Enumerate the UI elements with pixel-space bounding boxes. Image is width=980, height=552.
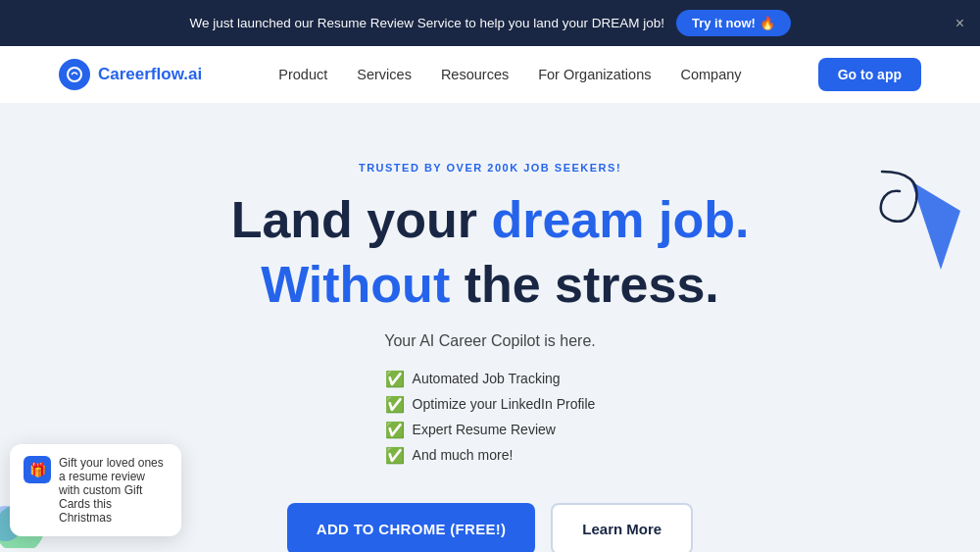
banner-close-button[interactable]: × bbox=[956, 15, 964, 32]
go-to-app-button[interactable]: Go to app bbox=[818, 58, 921, 91]
hero-title: Land your dream job. Without the stress. bbox=[20, 191, 960, 315]
trusted-badge: TRUSTED BY OVER 200K JOB SEEKERS! bbox=[20, 162, 960, 174]
add-to-chrome-button[interactable]: ADD TO CHROME (FREE!) bbox=[287, 503, 536, 552]
check-icon-1: ✅ bbox=[385, 370, 405, 388]
check-icon-2: ✅ bbox=[385, 395, 405, 414]
feature-item: ✅ Expert Resume Review bbox=[385, 421, 596, 439]
gift-popup: 🎁 Gift your loved ones a resume review w… bbox=[10, 444, 181, 536]
logo-text: Careerflow.ai bbox=[98, 65, 202, 84]
nav-item-services[interactable]: Services bbox=[357, 66, 412, 83]
nav-link-company[interactable]: Company bbox=[680, 67, 741, 82]
nav-item-product[interactable]: Product bbox=[278, 66, 327, 83]
popup-icon: 🎁 bbox=[24, 456, 51, 483]
nav-links: Product Services Resources For Organizat… bbox=[278, 66, 741, 83]
check-icon-3: ✅ bbox=[385, 421, 405, 439]
feature-item: ✅ Automated Job Tracking bbox=[385, 370, 596, 388]
logo-icon bbox=[59, 59, 90, 90]
nav-item-company[interactable]: Company bbox=[680, 66, 741, 83]
nav-item-resources[interactable]: Resources bbox=[441, 66, 509, 83]
hero-features-list: ✅ Automated Job Tracking ✅ Optimize your… bbox=[385, 370, 596, 472]
hero-description: Your AI Career Copilot is here. bbox=[20, 332, 960, 350]
feature-item: ✅ And much more! bbox=[385, 446, 596, 465]
banner-text: We just launched our Resume Review Servi… bbox=[189, 16, 663, 30]
nav-link-resources[interactable]: Resources bbox=[441, 67, 509, 82]
feature-item: ✅ Optimize your LinkedIn Profile bbox=[385, 395, 596, 414]
logo-link[interactable]: Careerflow.ai bbox=[59, 59, 202, 90]
nav-link-organizations[interactable]: For Organizations bbox=[538, 67, 651, 82]
banner-cta-button[interactable]: Try it now! 🔥 bbox=[676, 10, 791, 36]
learn-more-button[interactable]: Learn More bbox=[551, 503, 693, 552]
check-icon-4: ✅ bbox=[385, 446, 405, 465]
nav-item-organizations[interactable]: For Organizations bbox=[538, 66, 651, 83]
nav-link-product[interactable]: Product bbox=[278, 67, 327, 82]
popup-text: Gift your loved ones a resume review wit… bbox=[59, 456, 168, 525]
svg-point-0 bbox=[68, 68, 81, 81]
navbar: Careerflow.ai Product Services Resources… bbox=[0, 46, 980, 103]
nav-link-services[interactable]: Services bbox=[357, 67, 412, 82]
top-banner: We just launched our Resume Review Servi… bbox=[0, 0, 980, 46]
